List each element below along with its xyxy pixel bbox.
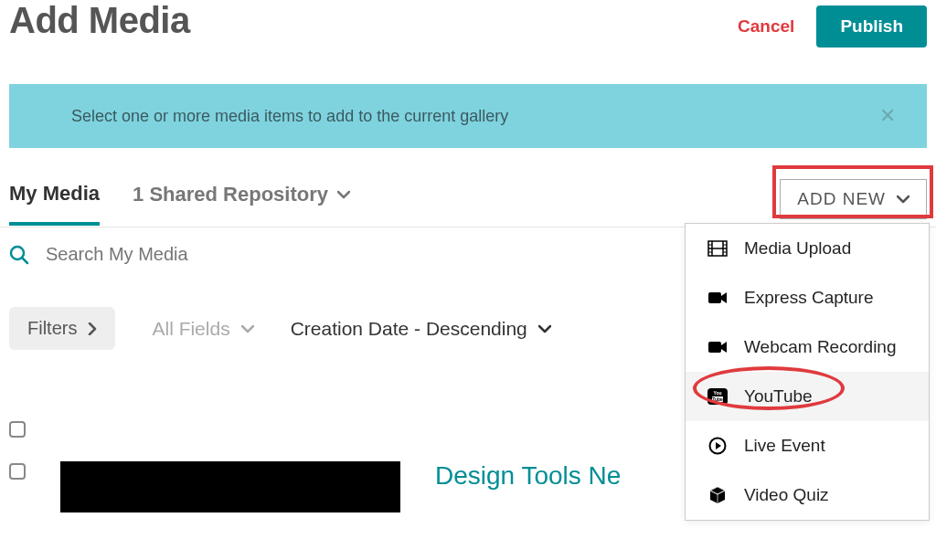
filters-button[interactable]: Filters — [9, 307, 115, 350]
chevron-right-icon — [88, 322, 97, 335]
menu-item-label: Webcam Recording — [744, 337, 897, 357]
page-title: Add Media — [9, 0, 190, 41]
play-circle-icon — [707, 436, 728, 456]
menu-item-live-event[interactable]: Live Event — [686, 421, 929, 470]
info-banner-text: Select one or more media items to add to… — [71, 107, 508, 126]
chevron-down-icon — [897, 195, 909, 204]
close-icon[interactable]: ✕ — [879, 104, 901, 128]
camera-icon — [707, 288, 728, 308]
svg-text:Tube: Tube — [712, 396, 723, 402]
menu-item-video-quiz[interactable]: Video Quiz — [686, 470, 929, 520]
info-banner: Select one or more media items to add to… — [9, 84, 927, 148]
film-icon — [707, 238, 728, 259]
tab-my-media[interactable]: My Media — [9, 182, 100, 226]
svg-rect-10 — [708, 292, 721, 303]
svg-line-1 — [23, 258, 28, 263]
filter-sort-label: Creation Date - Descending — [291, 318, 527, 340]
filter-all-fields-label: All Fields — [152, 318, 229, 340]
camera-icon — [707, 337, 728, 357]
chevron-down-icon — [241, 324, 254, 333]
tab-shared-label: 1 Shared Repository — [133, 183, 328, 206]
menu-item-youtube[interactable]: YouTube YouTube — [686, 372, 929, 421]
svg-rect-11 — [708, 342, 721, 353]
tab-row: My Media 1 Shared Repository ADD NEW — [0, 179, 936, 227]
menu-item-label: Express Capture — [744, 288, 874, 308]
publish-button[interactable]: Publish — [816, 5, 927, 48]
menu-item-express-capture[interactable]: Express Capture — [686, 273, 929, 322]
youtube-icon: YouTube — [707, 386, 728, 407]
chevron-down-icon — [337, 190, 350, 199]
filter-sort[interactable]: Creation Date - Descending — [291, 318, 551, 340]
tab-shared-repository[interactable]: 1 Shared Repository — [133, 183, 350, 223]
svg-text:You: You — [713, 390, 721, 396]
menu-item-label: Video Quiz — [744, 485, 829, 505]
header: Add Media Cancel Publish — [0, 0, 936, 57]
video-thumbnail[interactable] — [60, 461, 400, 512]
tabs: My Media 1 Shared Repository — [9, 182, 350, 225]
cancel-button[interactable]: Cancel — [738, 16, 794, 37]
tab-my-media-label: My Media — [9, 182, 100, 206]
menu-item-media-upload[interactable]: Media Upload — [686, 224, 929, 273]
row-checkbox[interactable] — [9, 463, 26, 480]
menu-item-label: YouTube — [744, 386, 813, 407]
row-checkbox[interactable] — [9, 421, 26, 438]
add-new-button[interactable]: ADD NEW — [780, 179, 927, 219]
add-new-label: ADD NEW — [797, 189, 886, 209]
menu-item-webcam-recording[interactable]: Webcam Recording — [686, 322, 929, 372]
filters-button-label: Filters — [27, 318, 77, 339]
add-new-dropdown: Media Upload Express Capture Webcam Reco… — [685, 223, 930, 521]
media-title-link[interactable]: Design Tools Ne — [435, 461, 621, 491]
header-actions: Cancel Publish — [738, 0, 927, 48]
filter-all-fields[interactable]: All Fields — [152, 318, 253, 340]
search-input[interactable] — [46, 244, 411, 265]
search-icon[interactable] — [9, 245, 29, 265]
menu-item-label: Live Event — [744, 436, 825, 456]
cube-icon — [707, 485, 728, 505]
menu-item-label: Media Upload — [744, 238, 851, 259]
chevron-down-icon — [538, 324, 551, 333]
